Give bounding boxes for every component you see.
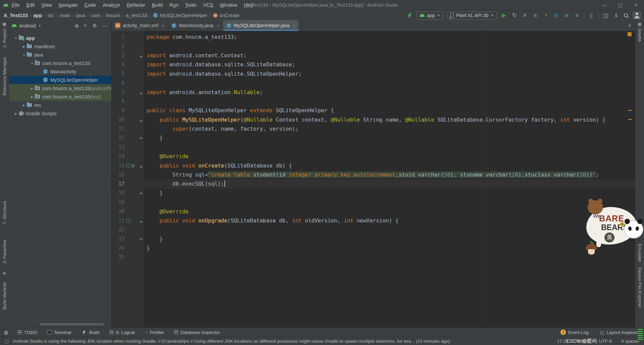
tree-expanded-arrow[interactable]: ▼ xyxy=(29,62,35,65)
breadcrumb-item-src[interactable]: src xyxy=(47,12,55,18)
tree-collapsed-arrow[interactable]: ▶ xyxy=(29,87,35,90)
stop-button[interactable]: ■ xyxy=(574,12,580,19)
run-configuration-select[interactable]: app▼ xyxy=(416,11,443,20)
apply-code-changes-icon[interactable]: ≡ xyxy=(522,12,528,19)
tree-expanded-arrow[interactable]: ▼ xyxy=(21,53,27,57)
code-editor[interactable]: 1package com.hnucm.a_test133;23import an… xyxy=(112,31,635,328)
hide-panel-icon[interactable]: — xyxy=(102,23,107,28)
toolwindow-build[interactable]: Build xyxy=(81,330,99,335)
maximize-button[interactable]: ▢ xyxy=(612,0,628,10)
locate-file-icon[interactable]: ⊕ xyxy=(75,23,79,29)
run-button[interactable]: ▶ xyxy=(501,12,507,19)
event-log-button[interactable]: 1 Event Log xyxy=(560,330,589,335)
search-everywhere-button[interactable] xyxy=(623,13,629,18)
tab-close-icon[interactable]: × xyxy=(217,23,219,28)
toolwindow-logcat[interactable]: 6: Logcat xyxy=(109,330,135,335)
menu-edit[interactable]: Edit xyxy=(23,1,38,9)
toolwindow-switcher-icon[interactable]: ▦ xyxy=(4,330,8,335)
tree-item-java[interactable]: ▼java xyxy=(9,51,111,59)
overriding-method-gutter-icon[interactable]: ↑ xyxy=(126,218,131,223)
overriding-method-gutter-icon[interactable]: ↑ xyxy=(126,163,131,168)
breadcrumb-item-oncreate[interactable]: onCreate xyxy=(212,12,240,18)
toolwindow-favorites[interactable]: 2: Favorites xyxy=(2,240,7,264)
toolwindow-device-file-explorer[interactable]: Device File Explorer xyxy=(637,267,642,308)
tab-options-icon[interactable]: ≡ xyxy=(628,23,631,28)
toolwindow-icon[interactable]: ▣ xyxy=(2,21,6,26)
fold-collapsed-icon[interactable] xyxy=(139,192,143,195)
avd-manager-icon[interactable]: ▯ xyxy=(588,12,595,19)
tree-item-manifests[interactable]: ▶manifests xyxy=(9,42,111,51)
breadcrumb-item-a_test133[interactable]: A_Test133 xyxy=(3,12,29,18)
breadcrumb-item-java[interactable]: java xyxy=(75,12,86,18)
device-manager-icon[interactable]: ◫ xyxy=(602,12,609,19)
toolwindow-profiler[interactable]: ◔Profiler xyxy=(145,330,164,335)
fold-collapsed-icon[interactable] xyxy=(139,137,143,140)
tree-item-com-hnucm-a-test133[interactable]: ▶com.hnucm.a_test133 (test) xyxy=(9,92,111,101)
menu-code[interactable]: Code xyxy=(81,1,100,9)
debug-button[interactable]: ж xyxy=(532,12,539,19)
toolwindow-structure[interactable]: 7: Structure xyxy=(2,201,7,224)
toolwindow-project[interactable]: 1: Project xyxy=(2,29,7,48)
profile-avatar[interactable] xyxy=(633,11,641,19)
menu-navigate[interactable]: Navigate xyxy=(55,1,81,9)
breadcrumb-item-hnucm[interactable]: hnucm xyxy=(105,12,121,18)
toolwindow-todo[interactable]: TODO xyxy=(17,330,37,335)
settings-gear-icon[interactable]: ⚙ xyxy=(93,23,97,29)
tree-expanded-arrow[interactable]: ▼ xyxy=(13,37,19,40)
build-hammer-icon[interactable] xyxy=(407,13,413,18)
tree-item-gradle-scripts[interactable]: ▶Gradle Scripts xyxy=(9,109,111,118)
menu-file[interactable]: File xyxy=(8,1,23,9)
tree-collapsed-arrow[interactable]: ▶ xyxy=(29,95,35,98)
tab-close-icon[interactable]: × xyxy=(293,23,296,28)
fold-collapsed-icon[interactable] xyxy=(139,238,143,241)
toolwindow-build-variants[interactable]: Build Variants xyxy=(2,282,7,309)
layout-inspector-button[interactable]: ◱ Layout Inspector xyxy=(600,330,640,335)
fold-expanded-icon[interactable] xyxy=(139,220,143,223)
breadcrumb-item-main[interactable]: main xyxy=(59,12,71,18)
breadcrumb-item-com[interactable]: com xyxy=(90,12,101,18)
tree-item-mysqliteopenhelper[interactable]: MySQLiteOpenHelper xyxy=(9,76,111,84)
tab-close-icon[interactable]: × xyxy=(162,23,165,28)
encoding-widget[interactable]: UTF-8 xyxy=(599,339,612,344)
tree-item-com-hnucm-a-test133[interactable]: ▶com.hnucm.a_test133 (androidTest) xyxy=(9,84,111,92)
error-stripe-summary[interactable] xyxy=(628,32,632,36)
fold-expanded-icon[interactable] xyxy=(139,119,143,122)
profile-button[interactable]: ◔ xyxy=(542,12,549,19)
toolwindow-resource-manager[interactable]: Resource Manager xyxy=(2,57,7,95)
toolwindow-terminal[interactable]: Terminal xyxy=(47,330,71,335)
toolwindow-icon[interactable]: ▣ xyxy=(638,21,642,26)
fold-expanded-icon[interactable] xyxy=(139,55,143,58)
editor-tab-mainactivity-java[interactable]: MainActivity.java× xyxy=(168,20,223,31)
status-message[interactable]: Android Studio is using the following JD… xyxy=(13,339,450,344)
apply-changes-restart-icon[interactable]: ↻ xyxy=(511,12,518,19)
collapse-all-icon[interactable]: « xyxy=(83,24,88,27)
editor-tab-mysqliteopenhelper-java[interactable]: MySQLiteOpenHelper.java× xyxy=(223,20,299,31)
attach-debugger-icon[interactable]: ж xyxy=(563,12,570,19)
project-view-selector[interactable]: Android xyxy=(19,23,36,28)
tree-collapsed-arrow[interactable]: ▶ xyxy=(21,104,27,107)
error-stripe-mark[interactable] xyxy=(628,119,632,120)
toolwindow-database-inspector[interactable]: Database Inspector xyxy=(174,330,220,335)
editor-tab-activity-main-xml[interactable]: activity_main.xml× xyxy=(112,20,168,31)
tree-collapsed-arrow[interactable]: ▶ xyxy=(21,45,27,48)
minimize-button[interactable]: — xyxy=(597,0,612,10)
indent-widget[interactable]: 4 spaces xyxy=(621,339,639,344)
sdk-manager-icon[interactable]: ⇓ xyxy=(613,12,620,19)
close-button[interactable]: × xyxy=(628,0,644,10)
favorites-star-icon[interactable]: ★ xyxy=(2,271,6,276)
device-select[interactable]: Pixel XL API 30▼ xyxy=(447,11,497,20)
error-stripe-mark[interactable] xyxy=(628,110,632,111)
tree-item-mainactivity[interactable]: MainActivity xyxy=(9,67,111,76)
menu-view[interactable]: View xyxy=(38,1,55,9)
tree-item-app[interactable]: ▼app xyxy=(9,34,111,42)
tree-item-com-hnucm-a-test133[interactable]: ▼com.hnucm.a_test133 xyxy=(9,59,111,67)
tree-collapsed-arrow[interactable]: ▶ xyxy=(13,112,19,115)
project-horizontal-scrollbar[interactable] xyxy=(40,323,104,325)
fold-expanded-icon[interactable] xyxy=(139,91,143,94)
status-window-icon[interactable]: ▢ xyxy=(5,339,9,344)
fold-expanded-icon[interactable] xyxy=(139,164,143,168)
tree-item-res[interactable]: ▶res xyxy=(9,101,111,109)
breadcrumb-item-app[interactable]: app xyxy=(32,12,43,18)
breadcrumb-item-a_test133[interactable]: a_test133 xyxy=(125,12,149,18)
toolwindow-gradle[interactable]: Gradle xyxy=(637,28,642,42)
